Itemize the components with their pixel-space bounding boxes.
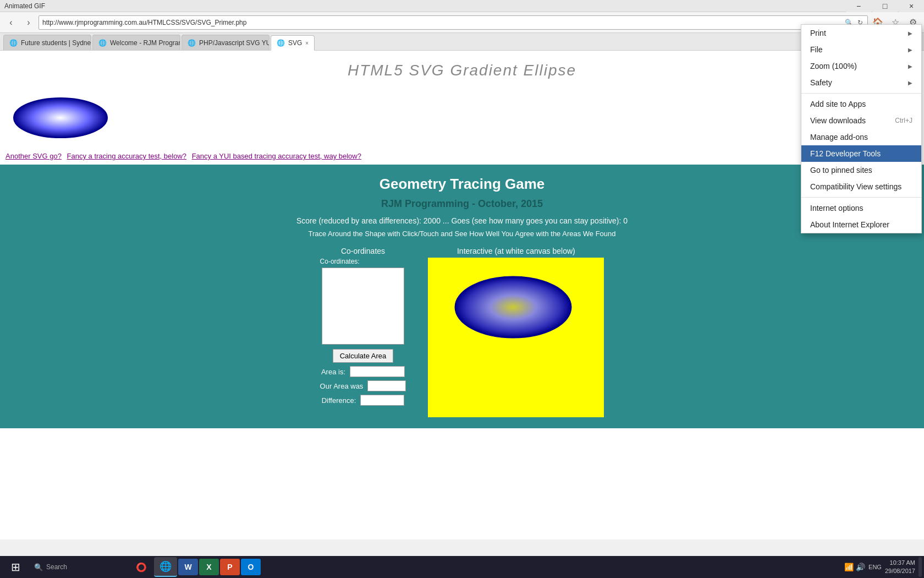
menu-item-label: Print (810, 29, 826, 37)
game-instruction: Trace Around the Shape with Click/Touch … (11, 230, 913, 238)
taskbar-cortana-button[interactable]: ⭕ (130, 557, 153, 577)
our-area-row: Our Area was (320, 380, 406, 391)
area-row: Area is: (321, 366, 405, 377)
system-tray: 📶 🔊 (844, 563, 865, 571)
menu-item-f12[interactable]: F12 Developer Tools (801, 145, 921, 162)
menu-item-print[interactable]: Print ▶ (801, 25, 921, 41)
game-subtitle: RJM Programming - October, 2015 (11, 198, 913, 210)
taskbar-time-display: 10:37 AM (885, 559, 915, 567)
forward-button[interactable]: › (21, 15, 36, 30)
tab-0[interactable]: 🌐 Future students | Sydney TAFE ... × (3, 35, 91, 50)
taskbar-ie-button[interactable]: 🌐 (154, 557, 177, 577)
menu-item-label: F12 Developer Tools (810, 149, 881, 158)
window-title: Animated GIF (4, 2, 920, 10)
menu-item-label: Safety (810, 78, 832, 87)
menu-item-zoom[interactable]: Zoom (100%) ▶ (801, 58, 921, 74)
back-button[interactable]: ‹ (3, 15, 19, 30)
svg-point-1 (455, 277, 571, 337)
tab-favicon: 🌐 (277, 39, 285, 47)
canvas-svg (428, 258, 604, 417)
interactive-section: Interactive (at white canvas below) (428, 247, 604, 417)
link-tracing-test[interactable]: Fancy a tracing accuracy test, below? (67, 152, 187, 160)
language-indicator: ENG (868, 564, 882, 570)
menu-item-file[interactable]: File ▶ (801, 41, 921, 58)
ellipse-area (0, 90, 924, 148)
menu-item-add-site[interactable]: Add site to Apps (801, 96, 921, 112)
link-yui-test[interactable]: Fancy a YUI based tracing accuracy test,… (192, 152, 361, 160)
menu-item-label: Manage add-ons (810, 133, 868, 141)
minimize-button[interactable]: − (846, 0, 871, 12)
menu-item-label: File (810, 45, 823, 54)
maximize-button[interactable]: □ (872, 0, 898, 12)
tab-label: PHP/Javascript SVG YUI Geom... (199, 39, 270, 47)
taskbar-outlook-button[interactable]: O (241, 559, 261, 575)
menu-item-label: Add site to Apps (810, 100, 866, 108)
tab-close-active[interactable]: × (305, 40, 309, 46)
svg-point-0 (14, 98, 107, 138)
links-row: Another SVG go? Fancy a tracing accuracy… (0, 148, 924, 165)
start-button[interactable]: ⊞ (2, 557, 29, 577)
area-label: Area is: (321, 368, 345, 376)
taskbar-excel-button[interactable]: X (199, 559, 219, 575)
tab-label: Future students | Sydney TAFE ... (21, 39, 91, 47)
address-input[interactable] (42, 19, 844, 26)
title-bar: Animated GIF − □ × (0, 0, 924, 12)
interactive-label: Interactive (at white canvas below) (457, 247, 575, 255)
link-svg-go[interactable]: Another SVG go? (6, 152, 62, 160)
page-heading: HTML5 SVG Gradient Ellipse (0, 51, 924, 90)
difference-row: Difference: (322, 395, 405, 406)
tab-label: SVG (288, 39, 302, 47)
taskbar-clock[interactable]: 10:37 AM 29/08/2017 (885, 559, 915, 576)
menu-item-label: Go to pinned sites (810, 166, 872, 175)
menu-divider-2 (801, 197, 921, 198)
taskbar-search-text: Search (46, 563, 67, 571)
taskbar-ppt-button[interactable]: P (220, 559, 240, 575)
dropdown-menu: Print ▶ File ▶ Zoom (100%) ▶ Safety ▶ Ad… (801, 24, 922, 233)
ie-icon: 🌐 (160, 560, 172, 572)
start-icon: ⊞ (11, 560, 20, 574)
coords-subtext: Co-ordinates: (320, 258, 360, 265)
menu-item-label: About Internet Explorer (810, 220, 889, 229)
taskbar-search-button[interactable]: 🔍 Search (30, 557, 129, 577)
menu-item-compat[interactable]: Compatibility View settings (801, 178, 921, 195)
yellow-canvas[interactable] (428, 258, 604, 417)
tab-favicon: 🌐 (9, 39, 18, 47)
menu-item-label: Compatibility View settings (810, 182, 901, 191)
main-content: HTML5 SVG Gradient Ellipse Another SVG g… (0, 51, 924, 539)
our-area-label: Our Area was (320, 382, 364, 390)
taskbar-search-icon: 🔍 (34, 563, 43, 571)
area-input[interactable] (350, 366, 405, 377)
taskbar: ⊞ 🔍 Search ⭕ 🌐 W X P O 📶 🔊 ENG 10:37 AM … (0, 556, 924, 578)
menu-arrow: ▶ (908, 30, 912, 36)
menu-item-label: Zoom (100%) (810, 62, 857, 70)
difference-input[interactable] (360, 395, 404, 406)
menu-arrow: ▶ (908, 63, 912, 69)
tab-favicon: 🌐 (188, 39, 196, 47)
menu-item-safety[interactable]: Safety ▶ (801, 74, 921, 91)
taskbar-word-button[interactable]: W (178, 559, 198, 575)
game-section: Geometry Tracing Game RJM Programming - … (0, 165, 924, 428)
menu-item-manage-addons[interactable]: Manage add-ons (801, 129, 921, 145)
game-score: Score (reduced by area differences): 200… (11, 216, 913, 225)
menu-shortcut: Ctrl+J (895, 117, 912, 124)
tab-label: Welcome - RJM Programming (110, 39, 180, 47)
tab-2[interactable]: 🌐 PHP/Javascript SVG YUI Geom... × (182, 35, 270, 50)
show-desktop-button[interactable] (919, 557, 922, 577)
address-bar: 🔍 ↻ (38, 15, 868, 30)
menu-item-internet-options[interactable]: Internet options (801, 200, 921, 216)
tab-favicon: 🌐 (98, 39, 107, 47)
page-content: HTML5 SVG Gradient Ellipse Another SVG g… (0, 51, 924, 539)
menu-item-pinned-sites[interactable]: Go to pinned sites (801, 162, 921, 178)
coords-textarea[interactable] (322, 268, 404, 345)
tab-1[interactable]: 🌐 Welcome - RJM Programming × (92, 35, 180, 50)
menu-item-view-downloads[interactable]: View downloads Ctrl+J (801, 112, 921, 129)
coords-section: Co-ordinates Co-ordinates: Calculate Are… (320, 247, 406, 406)
game-title: Geometry Tracing Game (11, 176, 913, 193)
close-button[interactable]: × (899, 0, 924, 12)
menu-item-about-ie[interactable]: About Internet Explorer (801, 216, 921, 233)
calculate-area-button[interactable]: Calculate Area (333, 349, 394, 363)
our-area-input[interactable] (367, 380, 406, 391)
gradient-ellipse-svg (11, 96, 110, 140)
window-controls: − □ × (846, 0, 924, 12)
tab-3-active[interactable]: 🌐 SVG × (271, 35, 315, 51)
